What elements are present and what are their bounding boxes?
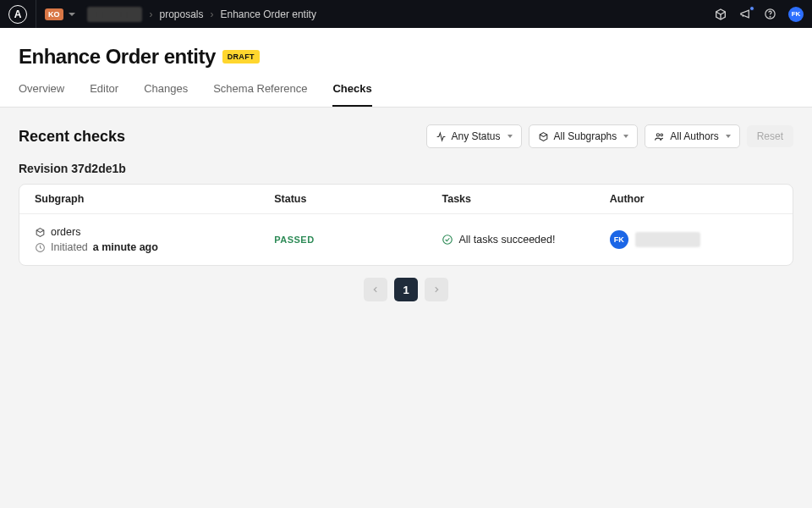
breadcrumb-proposals[interactable]: proposals xyxy=(159,8,203,20)
section-title: Recent checks xyxy=(19,128,125,146)
content-area: Recent checks Any Status All Subgraphs A… xyxy=(0,108,812,318)
svg-point-3 xyxy=(661,133,663,135)
announcements-icon[interactable] xyxy=(739,8,752,20)
breadcrumb-graph[interactable]: ■■■■■■■■ xyxy=(87,7,143,22)
pagination: 1 xyxy=(19,278,793,301)
svg-point-5 xyxy=(443,235,453,245)
chevron-down-icon xyxy=(508,135,513,138)
activity-icon xyxy=(436,131,447,142)
reset-button: Reset xyxy=(747,125,793,147)
chevron-right-icon xyxy=(432,285,441,294)
chevron-down-icon xyxy=(726,135,731,138)
filter-status[interactable]: Any Status xyxy=(426,124,522,148)
breadcrumb-sep: › xyxy=(149,8,152,20)
page-title: Enhance Order entity xyxy=(19,45,216,69)
page-header: Enhance Order entity DRAFT Overview Edit… xyxy=(0,28,812,108)
users-icon xyxy=(654,131,665,142)
top-navbar: A KO ■■■■■■■■ › proposals › Enhance Orde… xyxy=(0,0,812,28)
cube-icon xyxy=(35,227,46,238)
chevron-down-icon xyxy=(623,135,628,138)
filter-authors-label: All Authors xyxy=(670,130,718,142)
author-name: ■■■■■■■■■ xyxy=(635,232,700,247)
chevron-left-icon xyxy=(371,285,380,294)
brand-logo[interactable]: A xyxy=(8,5,27,24)
svg-point-2 xyxy=(657,133,660,135)
breadcrumb-sep: › xyxy=(211,8,214,20)
table-row[interactable]: orders Initiated a minute ago PASSED All… xyxy=(19,214,793,265)
cube-icon xyxy=(538,131,549,142)
col-tasks: Tasks xyxy=(442,193,609,205)
tab-schema-reference[interactable]: Schema Reference xyxy=(213,82,307,107)
draft-badge: DRAFT xyxy=(222,50,260,64)
user-avatar[interactable]: FK xyxy=(788,7,804,22)
filter-subgraphs[interactable]: All Subgraphs xyxy=(529,124,639,148)
status-badge: PASSED xyxy=(274,235,314,245)
initiated-time: a minute ago xyxy=(93,241,158,253)
chevron-down-icon[interactable] xyxy=(69,13,75,16)
col-author: Author xyxy=(610,193,777,205)
tab-changes[interactable]: Changes xyxy=(144,82,188,107)
subgraph-name: orders xyxy=(51,226,80,238)
sandbox-icon[interactable] xyxy=(714,8,727,21)
tab-checks[interactable]: Checks xyxy=(332,82,371,107)
filter-authors[interactable]: All Authors xyxy=(645,124,739,148)
tabs: Overview Editor Changes Schema Reference… xyxy=(19,82,793,107)
revision-label: Revision 37d2de1b xyxy=(19,162,793,175)
navbar-divider xyxy=(36,0,36,28)
tasks-text: All tasks succeeded! xyxy=(458,234,555,246)
check-circle-icon xyxy=(442,234,453,246)
notification-dot xyxy=(749,6,754,11)
col-status: Status xyxy=(274,193,442,205)
checks-table: Subgraph Status Tasks Author orders Init… xyxy=(19,184,793,266)
tab-editor[interactable]: Editor xyxy=(90,82,118,107)
page-1[interactable]: 1 xyxy=(394,278,418,301)
tab-overview[interactable]: Overview xyxy=(19,82,64,107)
col-subgraph: Subgraph xyxy=(35,193,274,205)
page-prev xyxy=(364,278,387,301)
filter-subgraphs-label: All Subgraphs xyxy=(554,130,617,142)
svg-point-1 xyxy=(770,16,771,17)
clock-icon xyxy=(35,242,46,253)
breadcrumb-current: Enhance Order entity xyxy=(221,8,316,20)
page-next xyxy=(425,278,448,301)
filter-status-label: Any Status xyxy=(452,130,501,142)
org-badge[interactable]: KO xyxy=(45,8,63,20)
help-icon[interactable] xyxy=(764,8,776,20)
author-avatar: FK xyxy=(610,230,628,249)
initiated-prefix: Initiated xyxy=(51,241,88,253)
